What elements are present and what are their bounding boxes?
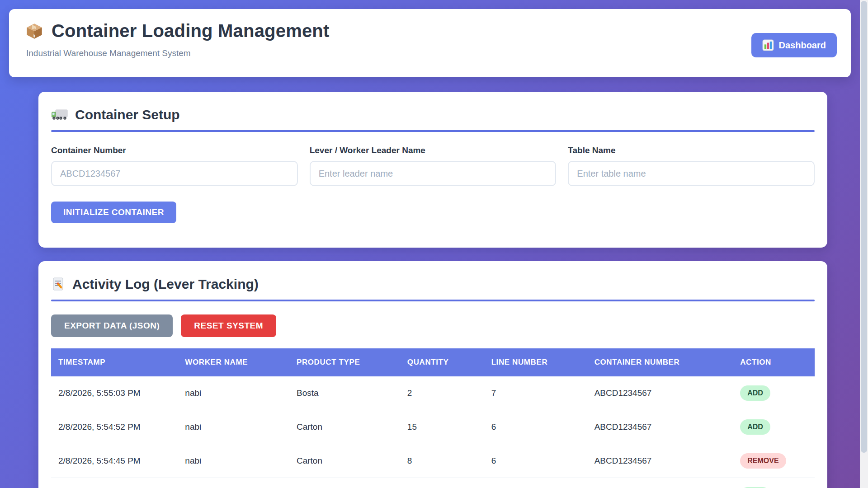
table-name-label: Table Name [568, 145, 815, 155]
activity-log-card: Activity Log (Lever Tracking) EXPORT DAT… [38, 261, 827, 488]
cell-worker: nabi [178, 478, 289, 488]
section-divider [51, 300, 815, 301]
leader-name-input[interactable] [310, 161, 557, 186]
leader-name-label: Lever / Worker Leader Name [310, 145, 557, 155]
header-card: Container Loading Management Industrial … [9, 9, 851, 77]
cell-quantity: 8 [400, 444, 484, 478]
cell-quantity: 8 [400, 478, 484, 488]
page-scrollbar[interactable] [860, 0, 868, 488]
column-header-action: ACTION [733, 348, 815, 376]
log-table-header-row: TIMESTAMPWORKER NAMEPRODUCT TYPEQUANTITY… [51, 348, 815, 376]
scrollbar-thumb[interactable] [861, 1, 867, 453]
cell-worker: nabi [178, 444, 289, 478]
activity-log-table: TIMESTAMPWORKER NAMEPRODUCT TYPEQUANTITY… [51, 348, 815, 488]
cell-container: ABCD1234567 [587, 376, 733, 410]
truck-icon [51, 108, 68, 121]
column-header-worker-name: WORKER NAME [178, 348, 289, 376]
container-number-input[interactable] [51, 161, 298, 186]
table-row: 2/8/2026, 5:55:03 PMnabiBosta27ABCD12345… [51, 376, 815, 410]
cell-product: Carton [289, 444, 400, 478]
cell-quantity: 15 [400, 410, 484, 444]
table-row: 2/8/2026, 5:54:45 PMnabiCarton86ABCD1234… [51, 444, 815, 478]
cell-quantity: 2 [400, 376, 484, 410]
cell-timestamp: 2/8/2026, 5:54:52 PM [51, 410, 178, 444]
cell-action: REMOVE [733, 444, 815, 478]
page-subtitle: Industrial Warehouse Management System [26, 48, 835, 58]
reset-system-button[interactable]: RESET SYSTEM [181, 314, 276, 337]
table-name-field-group: Table Name [568, 145, 815, 186]
column-header-container-number: CONTAINER NUMBER [587, 348, 733, 376]
cell-timestamp: 2/8/2026, 5:55:03 PM [51, 376, 178, 410]
cell-line: 6 [484, 444, 587, 478]
dashboard-button-label: Dashboard [779, 40, 826, 51]
log-table-body: 2/8/2026, 5:55:03 PMnabiBosta27ABCD12345… [51, 376, 815, 488]
action-badge: ADD [740, 385, 770, 401]
cell-action: ADD [733, 376, 815, 410]
cell-timestamp: 2/8/2026, 5:54:45 PM [51, 444, 178, 478]
column-header-timestamp: TIMESTAMP [51, 348, 178, 376]
dashboard-button[interactable]: Dashboard [751, 33, 837, 57]
cell-product: Carton [289, 478, 400, 488]
cell-worker: nabi [178, 376, 289, 410]
cell-worker: nabi [178, 410, 289, 444]
bar-chart-icon [762, 39, 774, 51]
initialize-container-button[interactable]: INITIALIZE CONTAINER [51, 202, 176, 223]
cell-container: ABCD1234567 [587, 410, 733, 444]
column-header-quantity: QUANTITY [400, 348, 484, 376]
cell-action: ADD [733, 410, 815, 444]
table-row: 2/8/2026, 5:54:52 PMnabiCarton156ABCD123… [51, 410, 815, 444]
container-setup-card: Container Setup Container Number Lever /… [38, 92, 827, 248]
column-header-product-type: PRODUCT TYPE [289, 348, 400, 376]
export-json-button[interactable]: EXPORT DATA (JSON) [51, 314, 173, 337]
table-name-input[interactable] [568, 161, 815, 186]
cell-line: 6 [484, 478, 587, 488]
container-number-field-group: Container Number [51, 145, 298, 186]
container-number-label: Container Number [51, 145, 298, 155]
memo-icon [51, 277, 66, 291]
package-icon [25, 22, 43, 40]
cell-product: Carton [289, 410, 400, 444]
action-badge: ADD [740, 419, 770, 435]
cell-container: ABCD1234567 [587, 478, 733, 488]
cell-line: 6 [484, 410, 587, 444]
leader-name-field-group: Lever / Worker Leader Name [310, 145, 557, 186]
section-divider [51, 130, 815, 132]
activity-log-title: Activity Log (Lever Tracking) [72, 277, 259, 292]
cell-container: ABCD1234567 [587, 444, 733, 478]
cell-line: 7 [484, 376, 587, 410]
cell-action: ADD [733, 478, 815, 488]
column-header-line-number: LINE NUMBER [484, 348, 587, 376]
cell-product: Bosta [289, 376, 400, 410]
table-row: 2/8/2026, 5:54:13 PMnabiCarton86ABCD1234… [51, 478, 815, 488]
page-title: Container Loading Management [52, 21, 330, 41]
cell-timestamp: 2/8/2026, 5:54:13 PM [51, 478, 178, 488]
action-badge: REMOVE [740, 453, 786, 469]
container-setup-title: Container Setup [75, 107, 180, 122]
